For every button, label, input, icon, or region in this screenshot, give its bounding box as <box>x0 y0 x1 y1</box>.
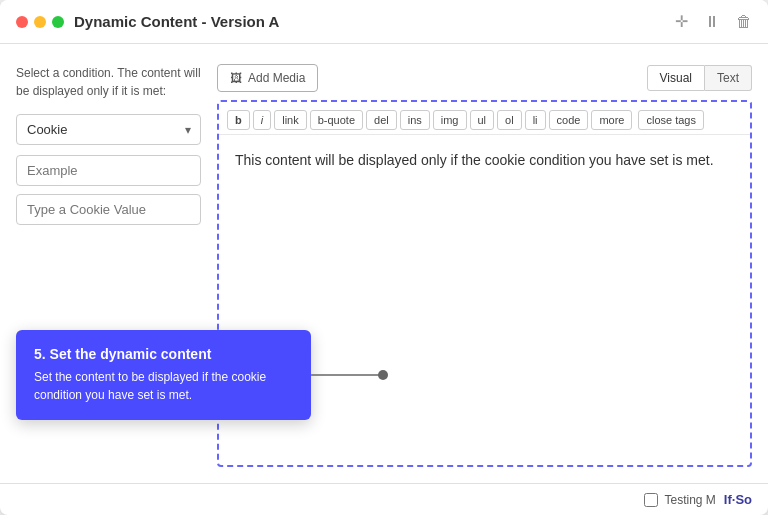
ifso-logo-text: If·So <box>724 492 752 507</box>
main-window: Dynamic Content - Version A ✛ ⏸ 🗑 Select… <box>0 0 768 515</box>
tab-text[interactable]: Text <box>705 65 752 91</box>
tab-visual[interactable]: Visual <box>647 65 705 91</box>
toolbar-bquote[interactable]: b-quote <box>310 110 363 130</box>
cookie-value-input[interactable] <box>16 194 201 225</box>
trash-icon[interactable]: 🗑 <box>736 13 752 31</box>
svg-point-1 <box>378 370 388 380</box>
editor-tabs: Visual Text <box>647 65 752 91</box>
title-bar: Dynamic Content - Version A ✛ ⏸ 🗑 <box>0 0 768 44</box>
toolbar-li[interactable]: li <box>525 110 546 130</box>
toolbar-ul[interactable]: ul <box>470 110 495 130</box>
tooltip-body: Set the content to be displayed if the c… <box>34 368 293 404</box>
toolbar-del[interactable]: del <box>366 110 397 130</box>
title-bar-right: ✛ ⏸ 🗑 <box>675 12 752 31</box>
title-bar-left: Dynamic Content - Version A <box>16 13 279 30</box>
add-media-icon: 🖼 <box>230 71 242 85</box>
editor-top-bar: 🖼 Add Media Visual Text <box>217 64 752 92</box>
condition-select-wrapper: Cookie URL Parameter Device Type Referre… <box>16 114 201 145</box>
tooltip-popup: 5. Set the dynamic content Set the conte… <box>16 330 311 420</box>
pause-icon[interactable]: ⏸ <box>704 13 720 31</box>
bottom-bar: Testing M If·So <box>0 483 768 515</box>
condition-select[interactable]: Cookie URL Parameter Device Type Referre… <box>16 114 201 145</box>
traffic-light-yellow[interactable] <box>34 16 46 28</box>
move-icon[interactable]: ✛ <box>675 12 688 31</box>
traffic-light-red[interactable] <box>16 16 28 28</box>
tooltip-title: 5. Set the dynamic content <box>34 346 293 362</box>
testing-mode-label[interactable]: Testing M <box>644 493 715 507</box>
tooltip-connector <box>311 365 391 385</box>
toolbar-ol[interactable]: ol <box>497 110 522 130</box>
add-media-button[interactable]: 🖼 Add Media <box>217 64 318 92</box>
traffic-lights <box>16 16 64 28</box>
ifso-logo: If·So <box>724 492 752 507</box>
toolbar-link[interactable]: link <box>274 110 307 130</box>
cookie-name-input[interactable] <box>16 155 201 186</box>
toolbar-ins[interactable]: ins <box>400 110 430 130</box>
toolbar-bold[interactable]: b <box>227 110 250 130</box>
traffic-light-green[interactable] <box>52 16 64 28</box>
toolbar-italic[interactable]: i <box>253 110 271 130</box>
testing-mode-text: Testing M <box>664 493 715 507</box>
toolbar-code[interactable]: code <box>549 110 589 130</box>
condition-description: Select a condition. The content will be … <box>16 64 201 100</box>
toolbar-close-tags[interactable]: close tags <box>638 110 704 130</box>
editor-text: This content will be displayed only if t… <box>235 152 714 168</box>
toolbar-img[interactable]: img <box>433 110 467 130</box>
toolbar-more[interactable]: more <box>591 110 632 130</box>
add-media-label: Add Media <box>248 71 305 85</box>
window-title: Dynamic Content - Version A <box>74 13 279 30</box>
editor-toolbar: b i link b-quote del ins img ul ol li co… <box>219 102 750 135</box>
testing-mode-checkbox[interactable] <box>644 493 658 507</box>
